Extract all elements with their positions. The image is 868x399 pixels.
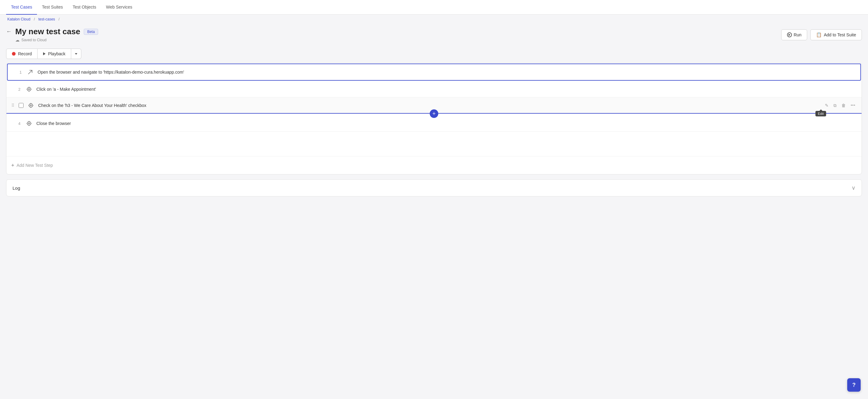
step-number: 4 <box>11 121 21 126</box>
page-header: ← My new test case Beta ☁ Saved to Cloud… <box>0 24 868 44</box>
add-new-test-step-button[interactable]: + Add New Test Step <box>6 156 862 174</box>
step-actions: ✎ ⧉ 🗑 ••• Edit <box>824 102 857 109</box>
cloud-icon: ☁ <box>15 38 20 42</box>
target-icon <box>27 102 34 109</box>
record-button[interactable]: Record <box>6 48 38 59</box>
add-step-between-button[interactable]: + <box>430 109 438 118</box>
nav-item-test-suites[interactable]: Test Suites <box>37 0 67 15</box>
table-row[interactable]: 2 Click on 'a - Make Appointment' <box>6 81 862 97</box>
svg-point-1 <box>28 89 30 90</box>
log-chevron-icon: ∨ <box>851 185 856 191</box>
play-icon <box>43 52 45 55</box>
playback-button[interactable]: Playback <box>38 48 71 59</box>
main-content: Record Playback 1 Open the browser and n… <box>0 44 868 201</box>
back-button[interactable]: ← <box>6 28 11 35</box>
header-buttons: Run 📋 Add to Test Suite <box>781 29 862 40</box>
svg-point-6 <box>29 104 33 107</box>
step-text: Close the browser <box>36 121 857 126</box>
copy-doc-icon: 📋 <box>816 32 822 38</box>
run-button[interactable]: Run <box>781 29 807 40</box>
edit-step-button[interactable]: ✎ <box>824 102 830 108</box>
copy-step-button[interactable]: ⧉ <box>832 102 838 109</box>
toolbar-chevron-button[interactable] <box>71 48 81 59</box>
step-number: 1 <box>12 70 22 74</box>
delete-step-button[interactable]: 🗑 <box>840 102 847 108</box>
more-step-button[interactable]: ••• <box>849 103 857 108</box>
step-checkbox[interactable] <box>19 103 24 108</box>
svg-point-12 <box>27 122 31 125</box>
target-icon <box>25 86 33 93</box>
target-icon <box>25 120 33 127</box>
page-title-row: ← My new test case Beta <box>6 27 98 36</box>
step-text: Click on 'a - Make Appointment' <box>36 87 857 92</box>
chevron-down-icon <box>75 53 77 55</box>
plus-icon: + <box>11 163 14 168</box>
step-text: Check on the 'h3 - We Care About Your He… <box>38 103 820 108</box>
nav-item-test-objects[interactable]: Test Objects <box>68 0 101 15</box>
saved-to-cloud-label: ☁ Saved to Cloud <box>6 38 98 42</box>
run-icon <box>787 32 792 37</box>
nav-item-web-services[interactable]: Web Services <box>101 0 137 15</box>
empty-space <box>6 132 862 156</box>
log-title: Log <box>12 186 20 191</box>
top-nav: Test Cases Test Suites Test Objects Web … <box>0 0 868 15</box>
breadcrumb: Katalon Cloud / test-cases / <box>0 15 868 24</box>
breadcrumb-katalon-cloud[interactable]: Katalon Cloud <box>7 17 30 22</box>
drag-handle-icon[interactable]: ⠿ <box>11 103 16 108</box>
svg-point-0 <box>27 88 31 91</box>
step-number: 2 <box>11 87 21 92</box>
page-title: My new test case <box>15 27 80 36</box>
page-header-left: ← My new test case Beta ☁ Saved to Cloud <box>6 27 98 42</box>
run-triangle-icon <box>788 34 790 36</box>
table-row[interactable]: 1 Open the browser and navigate to 'http… <box>7 64 861 81</box>
test-toolbar: Record Playback <box>6 48 862 59</box>
step-text: Open the browser and navigate to 'https:… <box>38 70 856 74</box>
log-section[interactable]: Log ∨ <box>6 179 862 196</box>
svg-point-13 <box>28 123 30 124</box>
nav-item-test-cases[interactable]: Test Cases <box>6 0 37 15</box>
breadcrumb-test-cases[interactable]: test-cases <box>38 17 55 22</box>
svg-point-7 <box>30 105 31 106</box>
add-to-test-suite-button[interactable]: 📋 Add to Test Suite <box>810 29 862 40</box>
record-dot-icon <box>12 52 16 56</box>
steps-container: 1 Open the browser and navigate to 'http… <box>6 63 862 174</box>
step-3-wrapper: ⠿ Check on the 'h3 - We Care About Your … <box>6 97 862 114</box>
navigate-icon <box>27 68 34 76</box>
beta-badge: Beta <box>84 29 98 35</box>
